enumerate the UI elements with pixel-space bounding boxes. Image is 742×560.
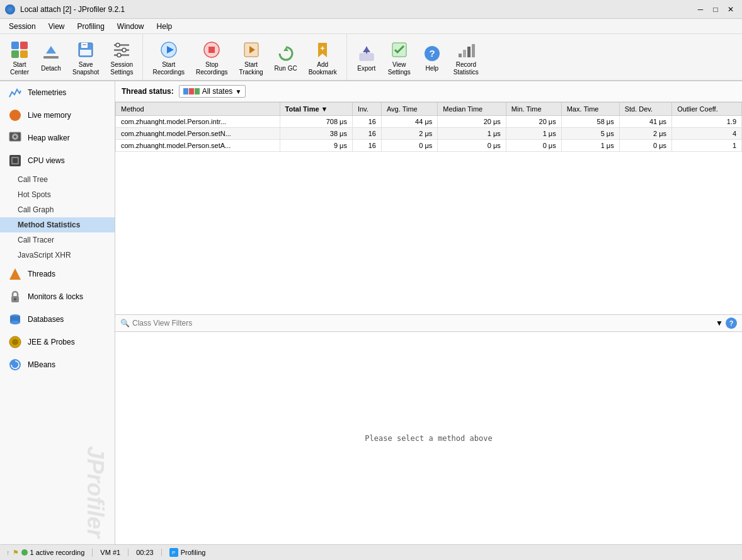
filter-dropdown-btn[interactable]: ▼	[716, 319, 723, 328]
table-row[interactable]: com.zhuanght.model.Person.setN...38 μs16…	[116, 128, 742, 140]
session-settings-button[interactable]: SessionSettings	[106, 37, 137, 79]
sidebar-item-call-graph[interactable]: Call Graph	[0, 202, 115, 217]
lower-message: Please select a method above	[365, 434, 492, 443]
thread-status-bar: Thread status: All states ▼	[115, 81, 742, 102]
add-bookmark-label: AddBookmark	[309, 61, 337, 76]
save-snapshot-icon	[76, 40, 96, 60]
run-gc-icon	[276, 43, 296, 64]
stop-recordings-button[interactable]: StopRecordings	[191, 37, 232, 79]
filter-bar: 🔍 ▼ ?	[115, 314, 742, 332]
sidebar-item-live-memory[interactable]: Live memory	[0, 104, 115, 127]
svg-rect-9	[80, 50, 91, 55]
sidebar-threads-label: Threads	[28, 270, 55, 278]
export-button[interactable]: Export	[352, 40, 381, 76]
col-method[interactable]: Method	[116, 103, 280, 116]
table-cell: 16	[352, 116, 381, 128]
sidebar-heap-walker-label: Heap walker	[28, 134, 70, 142]
table-cell: 1.9	[672, 116, 742, 128]
sidebar-item-databases[interactable]: Databases	[0, 308, 115, 331]
svg-point-13	[116, 43, 120, 47]
start-tracking-button[interactable]: StartTracking	[235, 37, 268, 79]
mbeans-icon	[8, 357, 23, 372]
sidebar-item-telemetries[interactable]: Telemetries	[0, 81, 115, 104]
sidebar-item-heap-walker[interactable]: Heap walker	[0, 127, 115, 149]
thread-status-chevron: ▼	[235, 88, 241, 95]
sidebar-item-cpu-views[interactable]: CPU views	[0, 149, 115, 172]
start-center-icon	[9, 40, 30, 60]
start-recordings-button[interactable]: StartRecordings	[148, 37, 189, 79]
col-std-dev[interactable]: Std. Dev.	[619, 103, 671, 116]
jee-probes-icon	[8, 334, 23, 350]
table-cell: 20 μs	[506, 116, 561, 128]
sidebar-item-call-tree[interactable]: Call Tree	[0, 172, 115, 187]
toolbar-profiling-group: StartRecordings StopRecordings	[143, 34, 346, 80]
maximize-button[interactable]: □	[709, 3, 722, 16]
save-snapshot-button[interactable]: SaveSnapshot	[68, 37, 103, 79]
class-view-filter-input[interactable]	[132, 319, 713, 328]
sidebar-item-monitors-locks[interactable]: Monitors & locks	[0, 285, 115, 308]
table-row[interactable]: com.zhuanght.model.Person.intr...708 μs1…	[116, 116, 742, 128]
add-bookmark-button[interactable]: + AddBookmark	[304, 37, 341, 79]
record-statistics-icon	[456, 40, 476, 60]
svg-point-44	[14, 298, 16, 300]
col-outlier-coeff[interactable]: Outlier Coeff.	[672, 103, 742, 116]
minimize-button[interactable]: ─	[694, 3, 707, 16]
view-settings-label: ViewSettings	[388, 61, 411, 76]
col-total-time[interactable]: Total Time ▼	[280, 103, 352, 116]
status-time-seg: 00:23	[136, 549, 162, 556]
main-area: Telemetries Live memory Heap walker	[0, 81, 742, 544]
menu-window[interactable]: Window	[111, 21, 151, 32]
filter-help-button[interactable]: ?	[726, 317, 737, 329]
app-icon	[5, 4, 15, 14]
svg-rect-41	[13, 158, 18, 163]
svg-rect-12	[114, 54, 129, 56]
start-center-button[interactable]: StartCenter	[5, 37, 34, 79]
menu-session[interactable]: Session	[3, 21, 42, 32]
export-label: Export	[357, 65, 375, 72]
thread-status-select[interactable]: All states ▼	[179, 85, 246, 98]
col-inv[interactable]: Inv.	[352, 103, 381, 116]
col-avg-time[interactable]: Avg. Time	[381, 103, 437, 116]
svg-marker-5	[46, 46, 56, 54]
sidebar-item-call-tracer[interactable]: Call Tracer	[0, 232, 115, 248]
stop-recordings-icon	[202, 40, 222, 60]
help-button[interactable]: ? Help	[418, 40, 447, 76]
lower-panel: Please select a method above	[115, 332, 742, 544]
statusbar: ↑ ⚑ 1 active recording VM #1 00:23 P Pro…	[0, 544, 742, 560]
menu-help[interactable]: Help	[151, 21, 179, 32]
sidebar-item-jee-probes[interactable]: JEE & Probes	[0, 331, 115, 353]
sidebar-item-hot-spots[interactable]: Hot Spots	[0, 187, 115, 202]
record-statistics-button[interactable]: RecordStatistics	[449, 37, 483, 79]
table-cell: 1 μs	[438, 128, 506, 140]
table-row[interactable]: com.zhuanght.model.Person.setA...9 μs160…	[116, 140, 742, 152]
table-cell: 0 μs	[619, 140, 671, 152]
svg-rect-25	[360, 54, 374, 60]
col-max-time[interactable]: Max. Time	[561, 103, 619, 116]
session-settings-label: SessionSettings	[110, 61, 133, 76]
sidebar-item-method-statistics[interactable]: Method Statistics	[0, 217, 115, 232]
sidebar-databases-label: Databases	[28, 315, 64, 324]
cpu-views-icon	[8, 153, 23, 168]
sidebar-item-javascript-xhr[interactable]: JavaScript XHR	[0, 248, 115, 263]
svg-point-14	[122, 49, 126, 52]
detach-button[interactable]: Detach	[37, 40, 66, 76]
start-recordings-label: StartRecordings	[152, 61, 185, 76]
sidebar-item-threads[interactable]: Threads	[0, 263, 115, 285]
col-min-time[interactable]: Min. Time	[506, 103, 561, 116]
sidebar: Telemetries Live memory Heap walker	[0, 81, 115, 544]
toolbar-view-group: Export ViewSettings ? Hel	[347, 34, 488, 80]
run-gc-button[interactable]: Run GC	[270, 40, 302, 76]
menu-view[interactable]: View	[42, 21, 71, 32]
col-median-time[interactable]: Median Time	[438, 103, 506, 116]
svg-rect-8	[83, 44, 86, 45]
profiling-icon: P	[169, 548, 178, 557]
menu-profiling[interactable]: Profiling	[71, 21, 111, 32]
close-button[interactable]: ✕	[724, 3, 737, 16]
table-cell: 2 μs	[381, 128, 437, 140]
view-settings-button[interactable]: ViewSettings	[384, 37, 415, 79]
up-arrow-icon: ↑	[6, 549, 10, 556]
sidebar-item-mbeans[interactable]: MBeans	[0, 353, 115, 376]
heap-walker-icon	[8, 130, 23, 146]
view-settings-icon	[389, 40, 409, 60]
export-icon	[357, 43, 377, 64]
